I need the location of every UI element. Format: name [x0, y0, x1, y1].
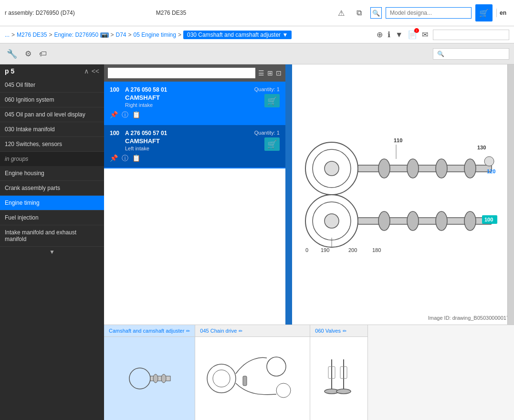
svg-point-35: [276, 383, 291, 398]
qty-label-1: Quantity: 1: [254, 86, 280, 92]
bottom-content: Camshaft and camshaft adjuster ✏: [104, 325, 514, 420]
add-to-cart-btn-1[interactable]: 🛒: [264, 94, 280, 107]
breadcrumb-engine[interactable]: Engine: D276950 📷: [54, 32, 108, 38]
image-left-panel: [285, 64, 292, 325]
svg-point-33: [213, 370, 230, 387]
toolbar: 🔧 ⚙ 🏷: [0, 43, 514, 64]
sidebar-item-crank[interactable]: Crank assembly parts: [0, 181, 104, 196]
part-icons-1: 📌 ⓘ 📋: [110, 111, 280, 119]
warning-icon-btn[interactable]: ⚠: [334, 6, 348, 20]
part-seq-2: 100: [110, 130, 121, 136]
thumbnail-img-camshaft[interactable]: [104, 337, 195, 420]
assembly-label: r assembly: D276950 (D74): [5, 10, 75, 16]
copy-icon-btn[interactable]: ⧉: [352, 6, 367, 20]
toolbar-search-input[interactable]: [433, 48, 509, 60]
cart-button[interactable]: 🛒: [475, 4, 493, 21]
part-qty-1: Quantity: 1 🛒: [254, 86, 280, 107]
thumb-edit-icon-0[interactable]: ✏: [186, 328, 190, 334]
sidebar-item-engine-housing[interactable]: Engine housing: [0, 166, 104, 181]
svg-text:110: 110: [394, 137, 402, 143]
sidebar-item-manifold[interactable]: Intake manifold and exhaust manifold: [0, 225, 104, 247]
filter-icon[interactable]: ▼: [395, 31, 403, 39]
breadcrumb-model[interactable]: M276 DE35: [17, 32, 47, 38]
sidebar-item-oil-filter[interactable]: 045 Oil filter: [0, 78, 104, 93]
center-top: ☰ ⊞ ⊡ 100 A 276 050 58 01 CAMSHAFT Right…: [104, 64, 514, 325]
thumbnail-img-chain[interactable]: [195, 337, 310, 420]
part-id-2: A 276 050 57 01: [125, 130, 167, 136]
svg-point-15: [325, 214, 339, 228]
svg-text:130: 130: [477, 145, 486, 150]
parts-search-input[interactable]: [108, 68, 255, 78]
part-id-1: A 276 050 58 01: [125, 86, 167, 93]
thumb-svg-camshaft: [128, 357, 171, 400]
thumbnail-tab-header-chain[interactable]: 045 Chain drive ✏: [195, 325, 310, 337]
part-doc-icon-1[interactable]: 📋: [132, 111, 140, 119]
svg-point-19: [436, 211, 447, 231]
svg-point-34: [267, 357, 286, 376]
sidebar-item-oil-pan[interactable]: 045 Oil pan and oil level display: [0, 107, 104, 122]
svg-point-31: [161, 374, 166, 383]
svg-rect-36: [243, 376, 247, 386]
part-row-1-top: 100 A 276 050 58 01 CAMSHAFT Right intak…: [110, 86, 280, 108]
mail-icon[interactable]: ✉: [422, 30, 428, 39]
sidebar-title: p 5: [5, 67, 14, 75]
expand-view-icon[interactable]: ⊡: [276, 69, 282, 77]
part-info-1: A 276 050 58 01 CAMSHAFT Right intake: [125, 86, 167, 108]
info-icon[interactable]: ℹ: [388, 30, 390, 39]
engine-toolbar-icon[interactable]: 🔧: [5, 47, 19, 61]
svg-point-17: [378, 211, 390, 231]
part-pin-icon-2[interactable]: 📌: [110, 154, 118, 163]
svg-point-40: [336, 389, 351, 394]
breadcrumb-camshaft-dropdown[interactable]: 030 Camshaft and camshaft adjuster ▼: [183, 31, 292, 39]
svg-point-5: [407, 159, 419, 178]
model-search-input[interactable]: [386, 7, 472, 19]
add-to-cart-btn-2[interactable]: 🛒: [264, 137, 280, 151]
thumb-edit-icon-1[interactable]: ✏: [239, 328, 242, 334]
svg-text:200: 200: [348, 247, 357, 253]
breadcrumb-search-input[interactable]: [433, 30, 509, 40]
svg-text:0: 0: [305, 247, 308, 253]
part-info-icon-2[interactable]: ⓘ: [122, 154, 128, 163]
svg-point-18: [407, 211, 419, 231]
thumbnail-tab-header-valves[interactable]: 060 Valves ✏: [310, 325, 367, 337]
header-bar: r assembly: D276950 (D74) M276 DE35 ⚠ ⧉ …: [0, 0, 514, 26]
part-icons-2: 📌 ⓘ 📋: [110, 154, 280, 163]
sidebar-collapse-icon[interactable]: ∧: [84, 67, 89, 75]
part-desc-2: Left intake: [125, 146, 167, 151]
part-row-1: 100 A 276 050 58 01 CAMSHAFT Right intak…: [104, 82, 285, 125]
thumbnail-img-valves[interactable]: [310, 337, 367, 420]
breadcrumb-timing[interactable]: 05 Engine timing: [134, 32, 176, 38]
tools-toolbar-icon[interactable]: ⚙: [23, 47, 33, 60]
part-doc-icon-2[interactable]: 📋: [132, 154, 140, 163]
svg-text:180: 180: [372, 247, 381, 253]
breadcrumb-root[interactable]: ...: [5, 32, 10, 38]
document-icon[interactable]: 📄!: [408, 30, 417, 39]
thumbnail-section: Camshaft and camshaft adjuster ✏: [104, 325, 514, 420]
svg-point-6: [436, 159, 447, 178]
engine-badge: 📷: [100, 32, 109, 38]
zoom-in-icon[interactable]: ⊕: [377, 30, 383, 39]
language-button[interactable]: en: [496, 9, 509, 17]
part-pin-icon-1[interactable]: 📌: [110, 111, 118, 119]
tag-toolbar-icon[interactable]: 🏷: [37, 48, 49, 60]
sidebar-back-icon[interactable]: <<: [92, 67, 99, 75]
header-icons: ⚠ ⧉ 🔍 🛒 en: [334, 4, 509, 21]
svg-point-30: [153, 374, 158, 383]
sidebar-item-fuel[interactable]: Fuel injection: [0, 210, 104, 225]
svg-point-7: [464, 159, 476, 178]
sidebar-item-switches[interactable]: 120 Switches, sensors: [0, 137, 104, 152]
sidebar-item-intake[interactable]: 030 Intake manifold: [0, 122, 104, 137]
sidebar-scroll-indicator[interactable]: ▼: [0, 247, 104, 257]
sidebar-item-ignition[interactable]: 060 Ignition system: [0, 93, 104, 107]
sidebar-nav-icons: ∧ <<: [84, 67, 99, 75]
search-icon-btn[interactable]: 🔍: [370, 7, 382, 19]
list-view-icon[interactable]: ☰: [258, 69, 264, 77]
breadcrumb-d74[interactable]: D74: [116, 32, 126, 38]
thumb-edit-icon-2[interactable]: ✏: [343, 328, 346, 334]
grid-view-icon[interactable]: ⊞: [267, 69, 273, 77]
thumbnail-tab-header-camshaft[interactable]: Camshaft and camshaft adjuster ✏: [104, 325, 195, 337]
thumbnail-tab-camshaft: Camshaft and camshaft adjuster ✏: [104, 325, 195, 420]
svg-text:120: 120: [487, 168, 495, 174]
part-info-icon-1[interactable]: ⓘ: [122, 111, 128, 119]
sidebar-item-engine-timing[interactable]: Engine timing: [0, 196, 104, 210]
